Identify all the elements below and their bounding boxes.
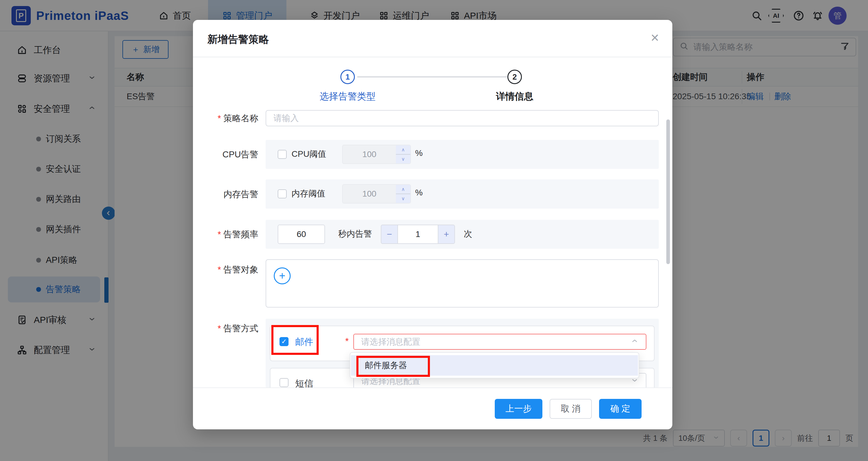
modal-title: 新增告警策略 xyxy=(208,33,269,47)
annotation-box-mail-server-option xyxy=(356,356,430,377)
cpu-threshold-input[interactable]: 100 xyxy=(342,145,396,164)
freq-panel: 60 秒内告警 − 1 + 次 xyxy=(266,220,659,249)
alert-target-box: + xyxy=(266,259,659,308)
field-label-cpu: CPU告警 xyxy=(192,148,258,160)
spinner-up-icon[interactable]: ∧ xyxy=(396,185,410,194)
spinner-down-icon[interactable]: ∨ xyxy=(396,194,410,203)
modal-scrollbar[interactable] xyxy=(666,119,670,264)
mem-threshold-input[interactable]: 100 xyxy=(342,184,396,204)
step-connector xyxy=(357,76,512,78)
field-label-freq: 告警频率 xyxy=(192,228,258,240)
step-1-label: 选择告警类型 xyxy=(293,90,402,103)
cancel-button[interactable]: 取 消 xyxy=(550,399,592,419)
mem-alert-panel: 内存阈值 100 ∧ ∨ % xyxy=(266,179,659,209)
field-label-target: 告警对象 xyxy=(192,264,258,276)
mail-message-config-select[interactable]: 请选择消息配置 xyxy=(353,334,646,350)
freq-unit: 次 xyxy=(464,228,472,240)
count-minus-button[interactable]: − xyxy=(381,225,398,244)
count-plus-button[interactable]: + xyxy=(438,225,455,244)
spinner-up-icon[interactable]: ∧ xyxy=(396,145,410,155)
close-icon[interactable]: ✕ xyxy=(648,31,662,45)
step-2-label: 详情信息 xyxy=(460,90,569,103)
add-alert-policy-modal: 新增告警策略 ✕ 1 2 选择告警类型 详情信息 策略名称 请输入 CPU告警 … xyxy=(193,20,672,429)
select-placeholder: 请选择消息配置 xyxy=(361,336,420,348)
step-2-circle: 2 xyxy=(507,70,522,84)
sms-checkbox[interactable] xyxy=(279,378,288,387)
mem-unit: % xyxy=(415,188,423,197)
field-label-mem: 内存告警 xyxy=(192,188,258,200)
sms-label: 短信 xyxy=(295,377,313,388)
cpu-threshold-label: CPU阈值 xyxy=(291,148,326,160)
required-asterisk: * xyxy=(345,336,349,346)
freq-mid-label: 秒内告警 xyxy=(338,228,372,240)
cpu-threshold-spinner[interactable]: ∧ ∨ xyxy=(396,145,411,164)
policy-name-input[interactable]: 请输入 xyxy=(266,110,659,126)
field-label-policy-name: 策略名称 xyxy=(192,112,258,124)
freq-seconds-input[interactable]: 60 xyxy=(278,225,325,244)
page: P Primeton iPaaS 首页 管理门户 开发门户 运维门户 API市场 xyxy=(0,0,868,461)
mem-threshold-spinner[interactable]: ∧ ∨ xyxy=(396,184,411,204)
confirm-button[interactable]: 确 定 xyxy=(599,399,642,419)
cpu-alert-panel: CPU阈值 100 ∧ ∨ % xyxy=(266,140,659,169)
step-1-circle: 1 xyxy=(340,70,355,84)
cpu-unit: % xyxy=(415,148,423,158)
cpu-checkbox[interactable] xyxy=(278,150,287,159)
plus-icon: + xyxy=(279,270,285,282)
modal-header-divider xyxy=(193,57,672,57)
count-input[interactable]: 1 xyxy=(398,225,438,244)
add-target-button[interactable]: + xyxy=(274,268,291,284)
mem-threshold-label: 内存阈值 xyxy=(291,188,325,199)
mem-checkbox[interactable] xyxy=(278,189,287,198)
modal-footer: 上一步 取 消 确 定 xyxy=(193,388,672,429)
policy-name-placeholder: 请输入 xyxy=(274,113,299,124)
annotation-box-mail-checkbox xyxy=(271,325,319,355)
chevron-up-icon xyxy=(631,337,639,347)
prev-step-button[interactable]: 上一步 xyxy=(495,399,542,419)
field-label-method: 告警方式 xyxy=(192,322,258,334)
spinner-down-icon[interactable]: ∨ xyxy=(396,155,410,163)
